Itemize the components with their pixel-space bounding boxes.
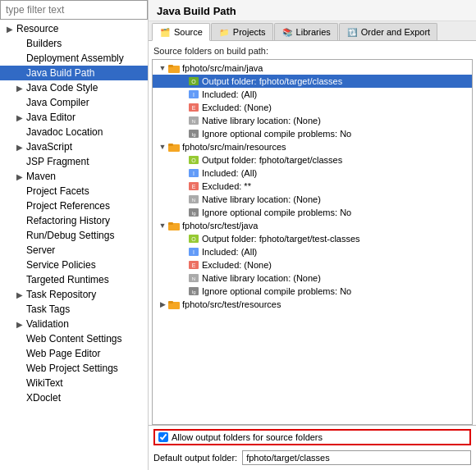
tree-item[interactable]: EExcluded: **: [153, 180, 472, 193]
tree-item[interactable]: NNative library location: (None): [153, 272, 472, 285]
tree-arrow[interactable]: ▶: [158, 300, 167, 308]
filter-input[interactable]: [0, 0, 148, 20]
svg-text:Ig: Ig: [191, 211, 195, 216]
nav-item[interactable]: XDoclet: [0, 390, 148, 405]
svg-rect-25: [168, 222, 173, 225]
nav-item[interactable]: ▶JavaScript: [0, 139, 148, 154]
tab-projects[interactable]: 📁Projects: [211, 23, 273, 40]
nav-item[interactable]: ▶Maven: [0, 169, 148, 184]
nav-item[interactable]: ▶Resource: [0, 21, 148, 36]
exclude-icon: E: [187, 102, 200, 113]
svg-text:I: I: [193, 249, 195, 255]
svg-text:E: E: [192, 184, 196, 189]
tree-item[interactable]: EExcluded: (None): [153, 258, 472, 272]
tree-item-text: Excluded: (None): [202, 260, 470, 270]
tree-item[interactable]: ▼fphoto/src/main/java: [153, 62, 472, 75]
nav-item-label: Javadoc Location: [26, 126, 103, 138]
nav-item-label: Builders: [26, 38, 62, 49]
include-icon: I: [187, 89, 200, 100]
tree-item[interactable]: IIncluded: (All): [153, 245, 472, 258]
nav-item-label: Task Tags: [26, 303, 70, 315]
nav-item[interactable]: WikiText: [0, 376, 148, 390]
tree-item[interactable]: NNative library location: (None): [153, 114, 472, 127]
tree-item-text: Ignore optional compile problems: No: [202, 286, 470, 296]
tab-order-and-export[interactable]: 🔃Order and Export: [339, 23, 437, 40]
tree-container[interactable]: ▼fphoto/src/main/javaOOutput folder: fph…: [152, 59, 473, 425]
svg-rect-13: [168, 144, 173, 146]
tree-item[interactable]: OOutput folder: fphoto/target/test-class…: [153, 232, 472, 245]
exclude-icon: E: [187, 180, 200, 192]
left-panel: ▶ResourceBuildersDeployment AssemblyJava…: [0, 0, 149, 470]
allow-output-checkbox[interactable]: [158, 432, 168, 442]
svg-text:N: N: [192, 119, 195, 124]
svg-text:N: N: [192, 198, 195, 203]
allow-output-label[interactable]: Allow output folders for source folders: [172, 432, 323, 442]
tree-item[interactable]: EExcluded: (None): [153, 101, 472, 114]
tree-item-text: Excluded: **: [202, 181, 470, 191]
nav-item[interactable]: Builders: [0, 36, 148, 51]
svg-text:Ig: Ig: [191, 290, 195, 294]
nav-item[interactable]: Service Policies: [0, 258, 148, 272]
tree-item[interactable]: ▼fphoto/src/test/java: [153, 219, 472, 232]
nav-item[interactable]: Java Build Path: [0, 66, 148, 80]
nav-item-label: JSP Fragment: [26, 156, 89, 167]
default-output-row: Default output folder:: [153, 449, 471, 467]
tree-item[interactable]: IgIgnore optional compile problems: No: [153, 285, 472, 298]
default-output-input[interactable]: [242, 450, 471, 465]
svg-text:E: E: [192, 262, 196, 268]
tab-source[interactable]: 🗂️Source: [152, 23, 210, 41]
nav-item[interactable]: Targeted Runtimes: [0, 272, 148, 287]
output-icon: O: [187, 154, 200, 166]
nav-item-label: Maven: [26, 171, 56, 182]
tree-item-text: Native library location: (None): [202, 194, 470, 204]
nav-item[interactable]: Java Compiler: [0, 95, 148, 110]
tree-item[interactable]: OOutput folder: fphoto/target/classes: [153, 75, 472, 88]
nav-item[interactable]: Javadoc Location: [0, 125, 148, 139]
tree-item-text: fphoto/src/main/resources: [182, 142, 470, 152]
nav-item[interactable]: ▶Task Repository: [0, 287, 148, 302]
nav-item[interactable]: ▶Validation: [0, 317, 148, 331]
nav-list: ▶ResourceBuildersDeployment AssemblyJava…: [0, 20, 148, 470]
tree-item[interactable]: IgIgnore optional compile problems: No: [153, 206, 472, 219]
tree-item-text: Included: (All): [202, 168, 470, 178]
nav-item[interactable]: JSP Fragment: [0, 154, 148, 169]
lib-icon: N: [187, 115, 200, 126]
tree-item-text: fphoto/src/test/resources: [182, 299, 470, 309]
svg-text:N: N: [192, 276, 195, 281]
nav-item[interactable]: Web Content Settings: [0, 331, 148, 346]
tree-arrow[interactable]: ▼: [158, 221, 167, 230]
tree-item[interactable]: ▼fphoto/src/main/resources: [153, 140, 472, 153]
nav-item[interactable]: ▶Java Editor: [0, 110, 148, 125]
tree-arrow[interactable]: ▼: [158, 143, 167, 151]
tree-item[interactable]: IIncluded: (All): [153, 167, 472, 180]
nav-item[interactable]: Web Page Editor: [0, 346, 148, 361]
tree-item-text: fphoto/src/main/java: [182, 63, 470, 73]
tree-item-text: Output folder: fphoto/target/classes: [202, 76, 470, 86]
svg-text:E: E: [192, 105, 196, 111]
nav-item[interactable]: Web Project Settings: [0, 361, 148, 376]
svg-text:O: O: [191, 157, 196, 163]
nav-item[interactable]: Run/Debug Settings: [0, 228, 148, 243]
tree-item[interactable]: NNative library location: (None): [153, 193, 472, 206]
ignore-icon: Ig: [187, 207, 200, 218]
nav-item-label: Web Project Settings: [26, 363, 118, 374]
nav-item[interactable]: Task Tags: [0, 302, 148, 317]
nav-item-label: Java Code Style: [26, 82, 98, 94]
tab-libraries[interactable]: 📚Libraries: [274, 23, 338, 40]
lib-icon: N: [187, 272, 200, 284]
ignore-icon: Ig: [187, 285, 200, 297]
nav-item[interactable]: ▶Java Code Style: [0, 80, 148, 95]
tree-arrow[interactable]: ▼: [158, 64, 167, 72]
tree-item[interactable]: IgIgnore optional compile problems: No: [153, 127, 472, 140]
nav-item[interactable]: Deployment Assembly: [0, 51, 148, 66]
nav-item[interactable]: Project Facets: [0, 184, 148, 198]
tree-item[interactable]: OOutput folder: fphoto/target/classes: [153, 153, 472, 167]
nav-item[interactable]: Server: [0, 243, 148, 258]
tree-item[interactable]: IIncluded: (All): [153, 88, 472, 101]
tab-icon: 🗂️: [159, 26, 171, 38]
nav-item[interactable]: Refactoring History: [0, 213, 148, 228]
folder-icon: [167, 62, 181, 74]
tree-item[interactable]: ▶fphoto/src/test/resources: [153, 298, 472, 311]
nav-item[interactable]: Project References: [0, 198, 148, 213]
nav-item-label: Server: [26, 244, 55, 256]
